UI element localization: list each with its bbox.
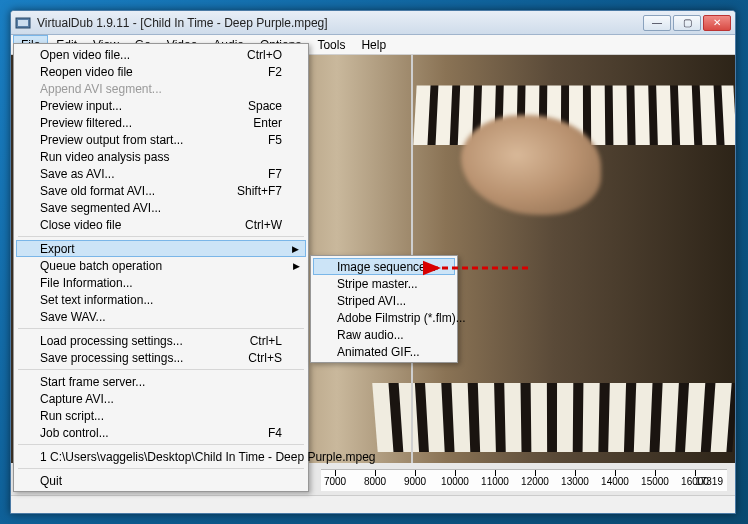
menu-shortcut: Ctrl+S [248,351,282,365]
menu-item-label: Striped AVI... [337,294,406,308]
menu-shortcut: F4 [268,426,282,440]
menu-item-label: 1 C:\Users\vaggelis\Desktop\Child In Tim… [40,450,375,464]
menu-tools[interactable]: Tools [309,35,353,54]
menu-shortcut: Ctrl+O [247,48,282,62]
menu-item[interactable]: Run video analysis pass [16,148,306,165]
statusbar [11,495,735,513]
file-menu-dropdown: Open video file...Ctrl+OReopen video fil… [13,43,309,492]
menu-separator [18,328,304,329]
menu-item-label: Save segmented AVI... [40,201,161,215]
menu-item[interactable]: Preview output from start...F5 [16,131,306,148]
menu-item-label: Start frame server... [40,375,145,389]
submenu-arrow-icon: ▶ [292,244,299,254]
menu-item-label: Quit [40,474,62,488]
menu-item[interactable]: Adobe Filmstrip (*.flm)... [313,309,455,326]
menu-item-label: Run video analysis pass [40,150,169,164]
menu-item[interactable]: Export▶ [16,240,306,257]
menu-item-label: Adobe Filmstrip (*.flm)... [337,311,466,325]
menu-item[interactable]: Save segmented AVI... [16,199,306,216]
menu-item[interactable]: Close video fileCtrl+W [16,216,306,233]
menu-item[interactable]: Set text information... [16,291,306,308]
window-controls: ― ▢ ✕ [643,15,731,31]
export-submenu: Image sequence...Stripe master...Striped… [310,255,458,363]
menu-item[interactable]: Raw audio... [313,326,455,343]
timeline-tick-label: 13000 [561,476,589,487]
menu-item[interactable]: Animated GIF... [313,343,455,360]
maximize-button[interactable]: ▢ [673,15,701,31]
timeline-tick-label: 7000 [324,476,346,487]
menu-item-label: Save WAV... [40,310,106,324]
menu-separator [18,468,304,469]
menu-item[interactable]: Striped AVI... [313,292,455,309]
menu-item-label: Job control... [40,426,109,440]
menu-separator [18,369,304,370]
menu-item-label: Stripe master... [337,277,418,291]
menu-item-label: Set text information... [40,293,153,307]
svg-rect-1 [18,20,28,26]
menu-item-label: Export [40,242,75,256]
close-button[interactable]: ✕ [703,15,731,31]
menu-item-label: Queue batch operation [40,259,162,273]
menu-item-label: Append AVI segment... [40,82,162,96]
menu-item-label: Reopen video file [40,65,133,79]
menu-item-label: Save old format AVI... [40,184,155,198]
menu-item[interactable]: Quit [16,472,306,489]
menu-shortcut: Enter [253,116,282,130]
menu-item-label: Preview filtered... [40,116,132,130]
menu-item[interactable]: Open video file...Ctrl+O [16,46,306,63]
timeline-tick-label: 10000 [441,476,469,487]
menu-item[interactable]: Job control...F4 [16,424,306,441]
menu-separator [18,236,304,237]
menu-shortcut: Shift+F7 [237,184,282,198]
menu-item[interactable]: Save WAV... [16,308,306,325]
timeline-tick-label: 15000 [641,476,669,487]
menu-item[interactable]: Queue batch operation▶ [16,257,306,274]
menu-item-label: Capture AVI... [40,392,114,406]
menu-shortcut: F7 [268,167,282,181]
menu-item[interactable]: Run script... [16,407,306,424]
timeline-tick-label: 11000 [481,476,509,487]
menu-shortcut: F5 [268,133,282,147]
menu-item[interactable]: File Information... [16,274,306,291]
menu-item-label: Preview input... [40,99,122,113]
video-content [461,115,601,215]
menu-item-label: Save as AVI... [40,167,114,181]
menu-separator [18,444,304,445]
menu-item-label: Preview output from start... [40,133,183,147]
titlebar: VirtualDub 1.9.11 - [Child In Time - Dee… [11,11,735,35]
menu-item-label: Run script... [40,409,104,423]
menu-shortcut: Space [248,99,282,113]
menu-item[interactable]: Reopen video fileF2 [16,63,306,80]
menu-item[interactable]: Load processing settings...Ctrl+L [16,332,306,349]
timeline-end-label: 17319 [695,476,723,487]
menu-item[interactable]: Image sequence... [313,258,455,275]
timeline-tick-label: 14000 [601,476,629,487]
timeline-tick-label: 8000 [364,476,386,487]
menu-item-label: Open video file... [40,48,130,62]
menu-item-label: Raw audio... [337,328,404,342]
menu-item[interactable]: Capture AVI... [16,390,306,407]
submenu-arrow-icon: ▶ [293,261,300,271]
app-icon [15,15,31,31]
menu-item-label: Close video file [40,218,121,232]
video-content [372,383,735,452]
menu-item[interactable]: Preview input...Space [16,97,306,114]
menu-shortcut: Ctrl+L [250,334,282,348]
menu-item[interactable]: Stripe master... [313,275,455,292]
window-title: VirtualDub 1.9.11 - [Child In Time - Dee… [37,16,643,30]
menu-help[interactable]: Help [353,35,394,54]
menu-item[interactable]: Preview filtered...Enter [16,114,306,131]
minimize-button[interactable]: ― [643,15,671,31]
timeline-tick-label: 12000 [521,476,549,487]
menu-item[interactable]: Save old format AVI...Shift+F7 [16,182,306,199]
menu-item[interactable]: Save processing settings...Ctrl+S [16,349,306,366]
timeline[interactable]: 7000800090001000011000120001300014000150… [321,469,727,491]
menu-item[interactable]: 1 C:\Users\vaggelis\Desktop\Child In Tim… [16,448,306,465]
menu-item[interactable]: Save as AVI...F7 [16,165,306,182]
menu-item-label: Image sequence... [337,260,436,274]
menu-item[interactable]: Start frame server... [16,373,306,390]
menu-item: Append AVI segment... [16,80,306,97]
menu-item-label: Load processing settings... [40,334,183,348]
menu-item-label: Animated GIF... [337,345,420,359]
menu-shortcut: Ctrl+W [245,218,282,232]
